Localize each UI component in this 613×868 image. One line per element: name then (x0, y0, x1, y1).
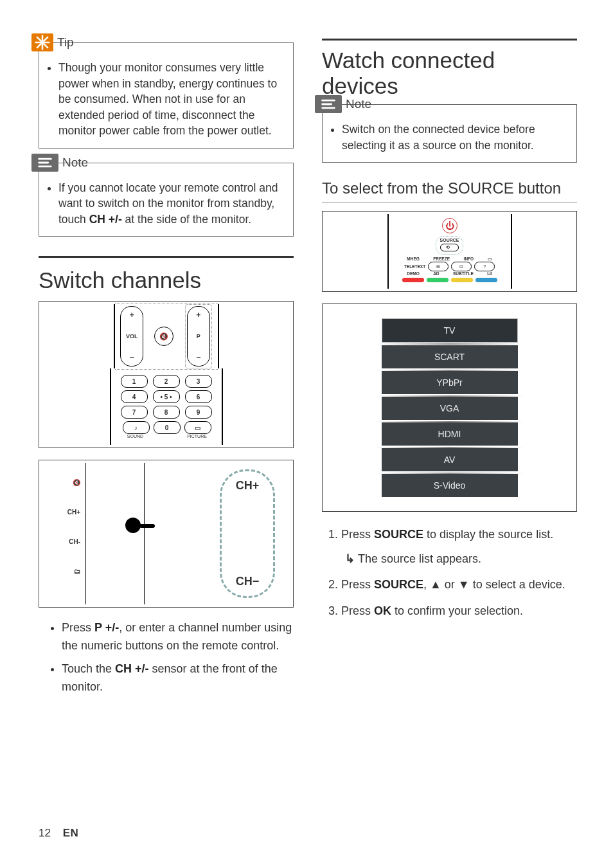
switch-channels-heading: Switch channels (39, 256, 294, 293)
source-item-hdmi: HDMI (382, 422, 518, 446)
numeric-keypad: 123 4• 5 •6 789 ♪SOUND 0 ▭PICTURE (110, 368, 223, 445)
note-title-left: Note (62, 156, 88, 170)
side-panel-figure: 🔇 CH+ CH- 🗂 CH+ CH− (39, 460, 294, 608)
note-icon (315, 95, 342, 113)
source-steps: Press SOURCE to display the source list.… (324, 523, 577, 622)
p-rocker: +P− (187, 306, 210, 366)
note-callout-right: Note Switch on the connected device befo… (322, 104, 577, 163)
source-list-figure: TV SCART YPbPr VGA HDMI AV S-Video (322, 303, 577, 512)
page-number: 12 (39, 827, 51, 839)
source-item-tv: TV (382, 318, 518, 343)
tip-text: Though your monitor consumes very little… (58, 60, 284, 139)
mute-button: 🔇 (154, 327, 173, 346)
color-buttons (402, 278, 497, 282)
remote-source-figure: ⏻ SOURCE ⟲ MHEGFREEZEINFO▭ TELETEXT ⊞⊡? … (322, 211, 577, 292)
note-title-right: Note (346, 97, 371, 111)
watch-devices-heading: Watch connected devices (322, 39, 577, 99)
note-icon (31, 154, 58, 172)
step-result: The source list appears. (345, 548, 577, 570)
asterisk-icon (31, 33, 53, 51)
source-item-vga: VGA (382, 397, 518, 420)
page-footer: 12 EN (39, 827, 78, 840)
tip-callout: Tip Though your monitor consumes very li… (39, 42, 294, 149)
page-language: EN (63, 827, 79, 839)
power-icon: ⏻ (442, 218, 458, 233)
source-item-ypbpr: YPbPr (382, 371, 518, 394)
source-item-av: AV (382, 448, 518, 471)
source-button-subheading: To select from the SOURCE button (322, 179, 577, 203)
note-text-right: Switch on the connected device before se… (342, 122, 567, 153)
note-callout-left: Note If you cannot locate your remote co… (39, 163, 294, 237)
vol-rocker: +VOL− (120, 306, 143, 366)
tip-title: Tip (57, 35, 74, 50)
note-text-left: If you cannot locate your remote control… (58, 180, 284, 228)
remote-figure-1: +VOL− 🔇 +P− 123 4• 5 •6 789 ♪SOUND (39, 301, 294, 448)
finger-icon (125, 518, 141, 533)
source-button: ⟲ (440, 244, 459, 251)
source-item-svideo: S-Video (382, 474, 518, 497)
ch-plus-minus-area: CH+ CH− (220, 469, 275, 598)
switch-channels-bullets: Press P +/-, or enter a channel number u… (62, 619, 294, 696)
source-item-scart: SCART (382, 345, 518, 368)
